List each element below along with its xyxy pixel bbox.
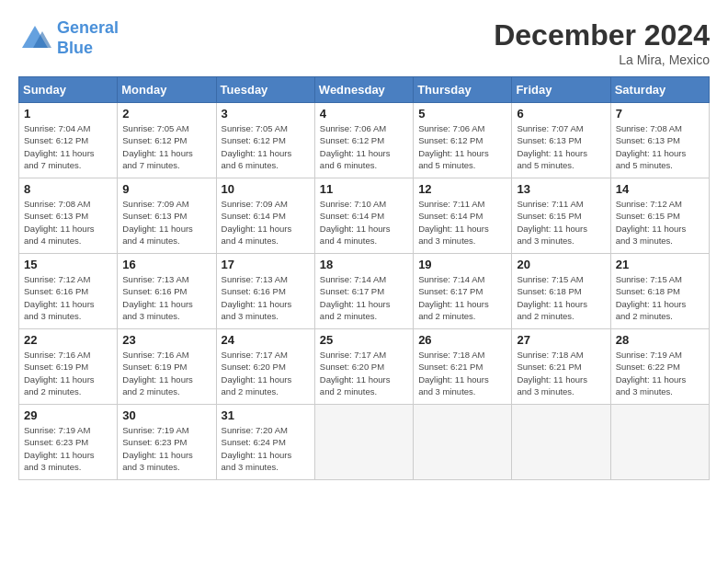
weekday-header-cell: Thursday bbox=[414, 77, 512, 103]
calendar-day-cell: 1Sunrise: 7:04 AM Sunset: 6:12 PM Daylig… bbox=[19, 103, 118, 178]
calendar-week-row: 22Sunrise: 7:16 AM Sunset: 6:19 PM Dayli… bbox=[19, 329, 710, 405]
month-title: December 2024 bbox=[494, 18, 710, 52]
day-number: 3 bbox=[222, 107, 310, 121]
calendar-day-cell: 13Sunrise: 7:11 AM Sunset: 6:15 PM Dayli… bbox=[512, 178, 610, 254]
calendar-day-cell: 15Sunrise: 7:12 AM Sunset: 6:16 PM Dayli… bbox=[19, 254, 118, 329]
day-info: Sunrise: 7:06 AM Sunset: 6:12 PM Dayligh… bbox=[320, 122, 408, 171]
calendar-day-cell: 29Sunrise: 7:19 AM Sunset: 6:23 PM Dayli… bbox=[19, 405, 118, 480]
day-info: Sunrise: 7:20 AM Sunset: 6:24 PM Dayligh… bbox=[222, 424, 310, 473]
day-number: 12 bbox=[418, 182, 506, 196]
location: La Mira, Mexico bbox=[494, 52, 710, 67]
day-number: 6 bbox=[517, 107, 605, 121]
calendar-day-cell: 11Sunrise: 7:10 AM Sunset: 6:14 PM Dayli… bbox=[314, 178, 413, 254]
calendar-day-cell: 26Sunrise: 7:18 AM Sunset: 6:21 PM Dayli… bbox=[414, 329, 512, 405]
logo-icon bbox=[18, 22, 51, 55]
calendar-day-cell: 24Sunrise: 7:17 AM Sunset: 6:20 PM Dayli… bbox=[216, 329, 314, 405]
calendar-day-cell: 21Sunrise: 7:15 AM Sunset: 6:18 PM Dayli… bbox=[610, 254, 709, 329]
day-number: 23 bbox=[122, 333, 210, 347]
day-number: 1 bbox=[24, 107, 112, 121]
day-info: Sunrise: 7:14 AM Sunset: 6:17 PM Dayligh… bbox=[320, 273, 408, 322]
day-info: Sunrise: 7:19 AM Sunset: 6:23 PM Dayligh… bbox=[122, 424, 210, 473]
day-number: 16 bbox=[122, 258, 210, 271]
day-info: Sunrise: 7:15 AM Sunset: 6:18 PM Dayligh… bbox=[616, 273, 704, 322]
calendar-day-cell: 9Sunrise: 7:09 AM Sunset: 6:13 PM Daylig… bbox=[118, 178, 216, 254]
logo: General Blue bbox=[18, 18, 119, 58]
day-info: Sunrise: 7:08 AM Sunset: 6:13 PM Dayligh… bbox=[616, 122, 704, 171]
calendar-table: SundayMondayTuesdayWednesdayThursdayFrid… bbox=[18, 76, 710, 480]
calendar-day-cell: 30Sunrise: 7:19 AM Sunset: 6:23 PM Dayli… bbox=[118, 405, 216, 480]
calendar-day-cell: 4Sunrise: 7:06 AM Sunset: 6:12 PM Daylig… bbox=[314, 103, 413, 178]
day-number: 28 bbox=[616, 333, 704, 347]
page-header: General Blue December 2024 La Mira, Mexi… bbox=[18, 18, 710, 67]
calendar-day-cell: 7Sunrise: 7:08 AM Sunset: 6:13 PM Daylig… bbox=[610, 103, 709, 178]
calendar-day-cell: 17Sunrise: 7:13 AM Sunset: 6:16 PM Dayli… bbox=[216, 254, 314, 329]
weekday-header-cell: Monday bbox=[118, 77, 216, 103]
day-number: 30 bbox=[122, 408, 210, 422]
day-number: 13 bbox=[517, 182, 605, 196]
day-info: Sunrise: 7:11 AM Sunset: 6:15 PM Dayligh… bbox=[517, 198, 605, 247]
calendar-day-cell: 16Sunrise: 7:13 AM Sunset: 6:16 PM Dayli… bbox=[118, 254, 216, 329]
day-number: 5 bbox=[418, 107, 506, 121]
calendar-day-cell bbox=[314, 405, 413, 480]
day-info: Sunrise: 7:13 AM Sunset: 6:16 PM Dayligh… bbox=[222, 273, 310, 322]
calendar-day-cell: 10Sunrise: 7:09 AM Sunset: 6:14 PM Dayli… bbox=[216, 178, 314, 254]
calendar-day-cell: 22Sunrise: 7:16 AM Sunset: 6:19 PM Dayli… bbox=[19, 329, 118, 405]
day-number: 25 bbox=[320, 333, 408, 347]
day-info: Sunrise: 7:05 AM Sunset: 6:12 PM Dayligh… bbox=[122, 122, 210, 171]
calendar-body: 1Sunrise: 7:04 AM Sunset: 6:12 PM Daylig… bbox=[19, 103, 710, 480]
calendar-day-cell bbox=[512, 405, 610, 480]
day-info: Sunrise: 7:07 AM Sunset: 6:13 PM Dayligh… bbox=[517, 122, 605, 171]
day-number: 2 bbox=[122, 107, 210, 121]
day-number: 9 bbox=[122, 182, 210, 196]
calendar-day-cell bbox=[610, 405, 709, 480]
calendar-day-cell: 20Sunrise: 7:15 AM Sunset: 6:18 PM Dayli… bbox=[512, 254, 610, 329]
day-info: Sunrise: 7:18 AM Sunset: 6:21 PM Dayligh… bbox=[517, 349, 605, 397]
day-number: 19 bbox=[418, 258, 506, 271]
logo-text: General Blue bbox=[57, 18, 119, 58]
day-number: 17 bbox=[222, 258, 310, 271]
day-number: 11 bbox=[320, 182, 408, 196]
calendar-day-cell: 31Sunrise: 7:20 AM Sunset: 6:24 PM Dayli… bbox=[216, 405, 314, 480]
weekday-header-cell: Friday bbox=[512, 77, 610, 103]
day-number: 24 bbox=[222, 333, 310, 347]
day-number: 21 bbox=[616, 258, 704, 271]
day-info: Sunrise: 7:05 AM Sunset: 6:12 PM Dayligh… bbox=[222, 122, 310, 171]
title-block: December 2024 La Mira, Mexico bbox=[494, 18, 710, 67]
day-info: Sunrise: 7:17 AM Sunset: 6:20 PM Dayligh… bbox=[222, 349, 310, 397]
day-number: 22 bbox=[24, 333, 112, 347]
day-info: Sunrise: 7:13 AM Sunset: 6:16 PM Dayligh… bbox=[122, 273, 210, 322]
calendar-day-cell bbox=[414, 405, 512, 480]
day-number: 26 bbox=[418, 333, 506, 347]
day-number: 20 bbox=[517, 258, 605, 271]
day-info: Sunrise: 7:15 AM Sunset: 6:18 PM Dayligh… bbox=[517, 273, 605, 322]
calendar-day-cell: 3Sunrise: 7:05 AM Sunset: 6:12 PM Daylig… bbox=[216, 103, 314, 178]
day-number: 8 bbox=[24, 182, 112, 196]
calendar-day-cell: 8Sunrise: 7:08 AM Sunset: 6:13 PM Daylig… bbox=[19, 178, 118, 254]
calendar-day-cell: 19Sunrise: 7:14 AM Sunset: 6:17 PM Dayli… bbox=[414, 254, 512, 329]
day-number: 29 bbox=[24, 408, 112, 422]
calendar-day-cell: 6Sunrise: 7:07 AM Sunset: 6:13 PM Daylig… bbox=[512, 103, 610, 178]
day-info: Sunrise: 7:19 AM Sunset: 6:22 PM Dayligh… bbox=[616, 349, 704, 397]
calendar-day-cell: 23Sunrise: 7:16 AM Sunset: 6:19 PM Dayli… bbox=[118, 329, 216, 405]
calendar-week-row: 29Sunrise: 7:19 AM Sunset: 6:23 PM Dayli… bbox=[19, 405, 710, 480]
day-number: 14 bbox=[616, 182, 704, 196]
calendar-day-cell: 5Sunrise: 7:06 AM Sunset: 6:12 PM Daylig… bbox=[414, 103, 512, 178]
day-info: Sunrise: 7:09 AM Sunset: 6:14 PM Dayligh… bbox=[222, 198, 310, 247]
day-info: Sunrise: 7:06 AM Sunset: 6:12 PM Dayligh… bbox=[418, 122, 506, 171]
calendar-day-cell: 12Sunrise: 7:11 AM Sunset: 6:14 PM Dayli… bbox=[414, 178, 512, 254]
day-info: Sunrise: 7:04 AM Sunset: 6:12 PM Dayligh… bbox=[24, 122, 112, 171]
day-info: Sunrise: 7:18 AM Sunset: 6:21 PM Dayligh… bbox=[418, 349, 506, 397]
day-info: Sunrise: 7:12 AM Sunset: 6:16 PM Dayligh… bbox=[24, 273, 112, 322]
day-info: Sunrise: 7:19 AM Sunset: 6:23 PM Dayligh… bbox=[24, 424, 112, 473]
day-info: Sunrise: 7:11 AM Sunset: 6:14 PM Dayligh… bbox=[418, 198, 506, 247]
weekday-header-cell: Tuesday bbox=[216, 77, 314, 103]
day-number: 7 bbox=[616, 107, 704, 121]
day-info: Sunrise: 7:16 AM Sunset: 6:19 PM Dayligh… bbox=[122, 349, 210, 397]
day-info: Sunrise: 7:09 AM Sunset: 6:13 PM Dayligh… bbox=[122, 198, 210, 247]
calendar-day-cell: 18Sunrise: 7:14 AM Sunset: 6:17 PM Dayli… bbox=[314, 254, 413, 329]
weekday-header-cell: Sunday bbox=[19, 77, 118, 103]
calendar-day-cell: 25Sunrise: 7:17 AM Sunset: 6:20 PM Dayli… bbox=[314, 329, 413, 405]
day-info: Sunrise: 7:08 AM Sunset: 6:13 PM Dayligh… bbox=[24, 198, 112, 247]
day-info: Sunrise: 7:14 AM Sunset: 6:17 PM Dayligh… bbox=[418, 273, 506, 322]
calendar-week-row: 15Sunrise: 7:12 AM Sunset: 6:16 PM Dayli… bbox=[19, 254, 710, 329]
